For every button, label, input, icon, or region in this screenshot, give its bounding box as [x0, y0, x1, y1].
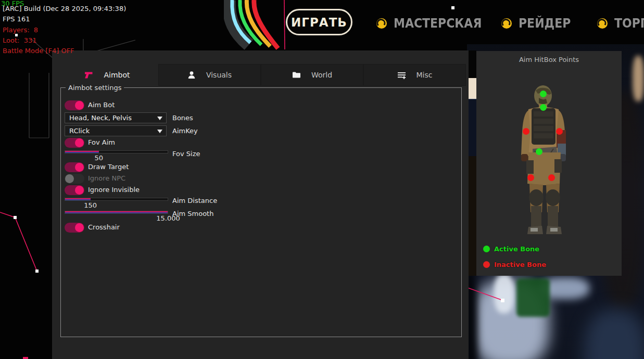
ignore-npc-label: Ignore NPC — [88, 174, 125, 182]
coin-swirl-icon — [376, 18, 387, 29]
hitbox-point-right-thigh — [548, 174, 555, 181]
coin-swirl-icon — [501, 18, 512, 29]
tab-visuals[interactable]: Visuals — [158, 64, 261, 86]
toggle-knob — [75, 223, 84, 232]
bg-sign-blob — [516, 278, 550, 317]
rainbow-streak — [223, 0, 291, 52]
fov-size-value: 50 — [73, 154, 125, 162]
slider-fill — [65, 211, 168, 213]
chevron-down-icon — [157, 117, 162, 120]
inactive-bone-label: Inactive Bone — [494, 261, 546, 268]
chevron-down-icon — [157, 130, 162, 133]
aimkey-label: AimKey — [172, 127, 198, 135]
hud-battle-mode: Battle Mode [F4] OFF — [3, 47, 74, 55]
toggle-knob — [75, 186, 84, 195]
hitbox-point-neck — [540, 104, 547, 111]
toggle-knob — [75, 101, 84, 110]
play-button-label: ИГРАТЬ — [291, 16, 347, 29]
tab-label: World — [311, 71, 332, 79]
fov-aim-label: Fov Aim — [88, 138, 115, 146]
cheat-menu-panel: Aimbot Visuals World Misc — [52, 50, 469, 359]
nav-item-label: РЕЙДЕР — [519, 16, 571, 31]
esp-line-marker — [468, 285, 509, 307]
aimkey-dropdown[interactable]: RClick — [65, 125, 167, 136]
person-icon — [187, 71, 196, 79]
fov-aim-toggle[interactable] — [65, 138, 84, 148]
draw-target-label: Draw Target — [88, 163, 129, 171]
ignore-invisible-toggle[interactable] — [65, 185, 84, 195]
slider-fill — [65, 198, 91, 200]
bg-blur-blob — [584, 310, 644, 359]
bones-label: Bones — [172, 114, 193, 122]
tab-aimbot[interactable]: Aimbot — [56, 64, 158, 86]
toggle-knob — [75, 163, 84, 172]
slider-fill — [65, 151, 99, 153]
aimkey-dropdown-value: RClick — [69, 126, 90, 136]
fov-size-slider[interactable] — [65, 150, 168, 153]
aim-bot-toggle[interactable] — [65, 100, 84, 110]
esp-fragment — [23, 357, 28, 359]
esp-marker-square — [451, 6, 454, 9]
toggle-knob — [75, 138, 84, 147]
nav-item-workshop[interactable]: МАСТЕРСКАЯ — [376, 16, 494, 31]
tab-label: Aimbot — [104, 71, 130, 79]
toggle-knob — [65, 174, 74, 183]
background-strip — [469, 50, 476, 276]
bones-dropdown[interactable]: Head, Neck, Pelvis — [65, 112, 167, 123]
draw-target-toggle[interactable] — [65, 162, 84, 172]
crosshair-toggle[interactable] — [65, 223, 84, 233]
screen: 30 FPS [ARC] Build (Dec 28 2025, 09:43:3… — [0, 0, 644, 359]
active-bone-dot — [483, 246, 490, 252]
nav-item-label: МАСТЕРСКАЯ — [394, 16, 482, 31]
bones-dropdown-value: Head, Neck, Pelvis — [69, 113, 132, 123]
bg-blur-blob — [633, 56, 644, 101]
list-plus-icon — [397, 71, 406, 79]
player-model — [513, 82, 586, 238]
inactive-bone-dot — [483, 261, 490, 268]
nav-item-trade[interactable]: ТОРГО — [597, 16, 644, 31]
aim-distance-label: Aim Distance — [172, 197, 217, 204]
tab-label: Visuals — [206, 71, 232, 79]
ignore-npc-toggle[interactable] — [65, 174, 84, 184]
aimbot-settings-group: Aimbot settings Aim Bot Head, Neck, Pelv… — [60, 87, 462, 337]
nav-item-raider[interactable]: РЕЙДЕР — [501, 16, 578, 31]
group-title: Aimbot settings — [66, 84, 124, 92]
hud-players: Players: 8 — [3, 27, 38, 34]
bg-blur-blob — [467, 268, 477, 359]
aim-bot-label: Aim Bot — [88, 101, 115, 109]
ignore-invisible-label: Ignore Invisible — [88, 186, 140, 194]
hitbox-point-right-shoulder — [556, 128, 563, 135]
aim-distance-slider[interactable] — [65, 198, 168, 201]
coin-swirl-icon — [597, 18, 608, 29]
nav-item-label: ТОРГО — [614, 16, 644, 31]
aim-distance-value: 150 — [65, 201, 117, 209]
hitbox-point-head — [540, 91, 547, 97]
aim-smooth-slider[interactable] — [65, 211, 168, 214]
tab-misc[interactable]: Misc — [363, 64, 466, 86]
crosshair-label: Crosshair — [88, 223, 120, 231]
hud-build-info: [ARC] Build (Dec 28 2025, 09:43:38) — [3, 5, 126, 12]
active-bone-label: Active Bone — [494, 245, 539, 253]
hitbox-point-pelvis — [536, 148, 542, 155]
hitbox-panel-title: Aim HitBox Points — [476, 56, 622, 63]
hitbox-point-left-shoulder — [523, 128, 529, 135]
gun-icon — [84, 71, 93, 79]
legend-inactive-bone: Inactive Bone — [483, 261, 546, 268]
fov-size-label: Fov Size — [172, 150, 200, 158]
aim-smooth-label: Aim Smooth — [172, 210, 213, 217]
tab-label: Misc — [416, 71, 433, 79]
hud-fps: FPS 161 — [3, 16, 30, 23]
tab-world[interactable]: World — [261, 64, 363, 86]
play-button[interactable]: ИГРАТЬ — [286, 9, 352, 35]
hud-loot: Loot: 331 — [3, 37, 36, 44]
legend-active-bone: Active Bone — [483, 245, 539, 253]
hitbox-panel: Aim HitBox Points — [476, 51, 622, 276]
hitbox-point-left-thigh — [527, 174, 534, 181]
folder-icon — [292, 71, 301, 79]
